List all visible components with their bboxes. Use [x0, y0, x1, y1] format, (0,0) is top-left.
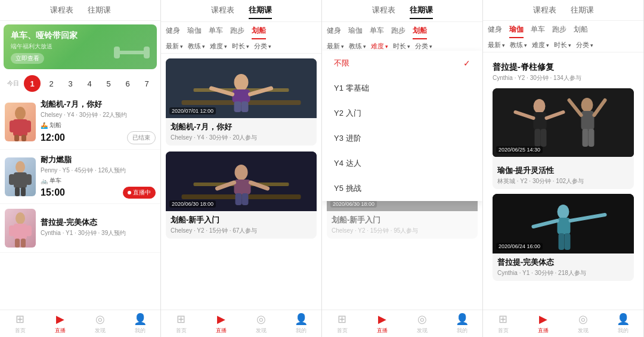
- cat-bike-2[interactable]: 单车: [209, 26, 223, 39]
- bottom-nav-2: ⊞ 首页 ▶ 直播 ◎ 发现 👤 我的: [161, 310, 321, 337]
- nav-discover-1[interactable]: ◎ 发现: [80, 313, 120, 335]
- svg-rect-12: [26, 174, 32, 185]
- course-thumb-2: 2020/06/30 18:00: [166, 152, 317, 211]
- nav-schedule-2[interactable]: 课程表: [211, 5, 234, 19]
- course-timestamp-4a: 2020/06/25 14:30: [496, 146, 543, 153]
- cat-row-2[interactable]: 划船: [252, 26, 266, 39]
- svg-rect-37: [236, 193, 242, 205]
- nav-live-2[interactable]: ▶ 直播: [201, 313, 241, 335]
- date-4[interactable]: 4: [81, 75, 98, 92]
- nav-live-1[interactable]: ▶ 直播: [40, 313, 80, 335]
- check-icon: ✓: [463, 58, 470, 68]
- nav-profile-3[interactable]: 👤 我的: [442, 313, 482, 335]
- class-item-1[interactable]: 划船机-7月，你好 Chelsey · Y4 · 30分钟 · 22人预约 🚣 …: [0, 94, 160, 150]
- filter-coach-4[interactable]: 教练: [510, 41, 527, 50]
- filter-newest-4[interactable]: 最新: [488, 41, 505, 50]
- live-icon: ▶: [56, 313, 64, 326]
- nav-home-1[interactable]: ⊞ 首页: [0, 313, 40, 335]
- course-card-1[interactable]: 2020/07/01 12:00 划船机-7月，你好 Chelsey · Y4 …: [166, 58, 317, 146]
- nav-profile-4[interactable]: 👤 我的: [603, 313, 643, 335]
- dropdown-item-unlimited[interactable]: 不限 ✓: [322, 51, 482, 76]
- filter-newest-3[interactable]: 最新: [327, 42, 344, 51]
- class-item-2[interactable]: 耐力燃脂 Penny · Y5 · 45分钟 · 126人预约 🚲 单车 15:…: [0, 150, 160, 204]
- filter-duration-2[interactable]: 时长: [232, 42, 249, 51]
- filter-duration-4[interactable]: 时长: [554, 41, 571, 50]
- nav-live-3[interactable]: ▶ 直播: [362, 313, 402, 335]
- filter-row-4: 最新 教练 难度 时长 分类: [483, 38, 643, 52]
- nav-home-2[interactable]: ⊞ 首页: [161, 313, 201, 335]
- filter-newest-2[interactable]: 最新: [166, 42, 183, 51]
- course-card-2[interactable]: 2020/06/30 18:00 划船-新手入门 Chelsey · Y2 · …: [166, 152, 317, 239]
- dropdown-item-y5[interactable]: Y5 挑战: [322, 176, 482, 201]
- cat-yoga-4[interactable]: 瑜伽: [509, 24, 524, 38]
- difficulty-dropdown: 不限 ✓ Y1 零基础 Y2 入门 Y3 进阶 Y4 达人 Y5 挑战: [322, 51, 482, 201]
- filter-category-4[interactable]: 分类: [576, 41, 593, 50]
- date-2[interactable]: 2: [43, 75, 60, 92]
- nav-past-1[interactable]: 往期课: [88, 5, 111, 18]
- date-5[interactable]: 5: [100, 75, 117, 92]
- cat-fitness-3[interactable]: 健身: [327, 26, 341, 39]
- nav-schedule-4[interactable]: 课程表: [533, 5, 556, 18]
- bottom-nav-3: ⊞ 首页 ▶ 直播 ◎ 发现 👤 我的: [322, 310, 482, 337]
- cat-run-2[interactable]: 跑步: [230, 26, 244, 39]
- svg-rect-16: [14, 224, 27, 239]
- dropdown-item-y3[interactable]: Y3 进阶: [322, 126, 482, 151]
- cat-run-3[interactable]: 跑步: [391, 26, 405, 39]
- cat-row-3[interactable]: 划船: [413, 26, 427, 39]
- panel-courses: 课程表 往期课 健身 瑜伽 单车 跑步 划船 最新 教练 难度 时长 分类: [161, 0, 322, 337]
- nav-profile-1[interactable]: 👤 我的: [120, 313, 160, 335]
- cat-row-4[interactable]: 划船: [574, 24, 588, 38]
- date-1[interactable]: 1: [24, 75, 41, 92]
- date-6[interactable]: 6: [119, 75, 136, 92]
- discover-icon-3: ◎: [417, 313, 427, 326]
- cat-fitness-4[interactable]: 健身: [488, 24, 502, 38]
- nav-past-2[interactable]: 往期课: [249, 5, 272, 19]
- nav-discover-2[interactable]: ◎ 发现: [242, 313, 281, 335]
- banner-cta[interactable]: 立即查看: [11, 53, 44, 64]
- cat-fitness-2[interactable]: 健身: [166, 26, 180, 39]
- svg-point-58: [581, 98, 593, 112]
- top-nav-2: 课程表 往期课: [161, 0, 321, 22]
- svg-rect-34: [234, 180, 251, 194]
- nav-schedule-1[interactable]: 课程表: [50, 5, 73, 18]
- filter-difficulty-3[interactable]: 难度: [371, 42, 388, 51]
- top-nav-1: 课程表 往期课: [0, 0, 160, 21]
- filter-coach-3[interactable]: 教练: [349, 42, 366, 51]
- nav-discover-4[interactable]: ◎ 发现: [564, 313, 603, 335]
- cat-yoga-3[interactable]: 瑜伽: [348, 26, 363, 39]
- nav-home-3[interactable]: ⊞ 首页: [322, 313, 362, 335]
- svg-rect-0: [117, 51, 147, 54]
- home-icon-4: ⊞: [499, 313, 507, 326]
- dropdown-item-y1[interactable]: Y1 零基础: [322, 76, 482, 101]
- nav-profile-2[interactable]: 👤 我的: [281, 313, 321, 335]
- svg-rect-13: [15, 187, 20, 196]
- date-3[interactable]: 3: [62, 75, 79, 92]
- filter-category-3[interactable]: 分类: [415, 42, 432, 51]
- nav-schedule-3[interactable]: 课程表: [372, 5, 395, 19]
- yoga-card-1[interactable]: 2020/06/25 14:30 瑜伽-提升灵活性 林英城 · Y2 · 30分…: [493, 88, 634, 189]
- dropdown-item-y4[interactable]: Y4 达人: [322, 151, 482, 176]
- cat-tabs-3: 健身 瑜伽 单车 跑步 划船: [322, 22, 482, 39]
- filter-coach-2[interactable]: 教练: [188, 42, 205, 51]
- nav-past-4[interactable]: 往期课: [571, 5, 594, 18]
- nav-past-3[interactable]: 往期课: [410, 5, 433, 19]
- filter-difficulty-4[interactable]: 难度: [532, 41, 549, 50]
- class-item-3[interactable]: 普拉提-完美体态 Cynthia · Y1 · 30分钟 · 39人预约: [0, 204, 160, 253]
- svg-rect-8: [21, 135, 26, 141]
- filter-duration-3[interactable]: 时长: [393, 42, 410, 51]
- cat-bike-4[interactable]: 单车: [531, 24, 545, 38]
- nav-home-4[interactable]: ⊞ 首页: [483, 313, 523, 335]
- home-label-2: 首页: [176, 327, 187, 335]
- nav-live-4[interactable]: ▶ 直播: [523, 313, 563, 335]
- cat-bike-3[interactable]: 单车: [370, 26, 384, 39]
- svg-point-24: [234, 74, 249, 91]
- date-7[interactable]: 7: [138, 75, 155, 92]
- class-type-1: 🚣 划船: [41, 121, 156, 129]
- cat-yoga-2[interactable]: 瑜伽: [187, 26, 202, 39]
- dropdown-item-y2[interactable]: Y2 入门: [322, 101, 482, 126]
- nav-discover-3[interactable]: ◎ 发现: [402, 313, 442, 335]
- yoga-card-2[interactable]: 2020/06/24 16:00 普拉提-完美体态 Cynthia · Y1 ·…: [493, 194, 634, 281]
- filter-difficulty-2[interactable]: 难度: [210, 42, 227, 51]
- filter-category-2[interactable]: 分类: [254, 42, 271, 51]
- cat-run-4[interactable]: 跑步: [552, 24, 566, 38]
